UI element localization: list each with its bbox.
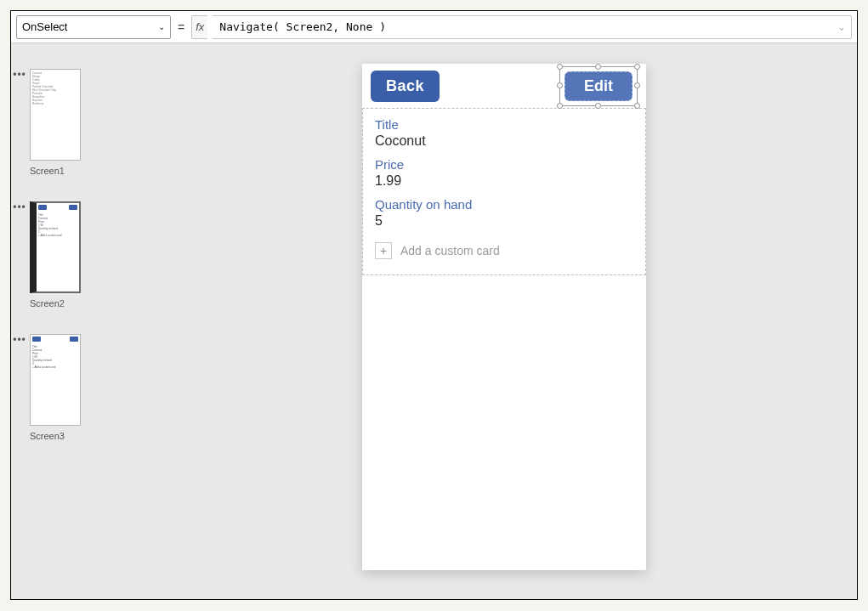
chevron-down-icon: ⌄: [839, 22, 844, 31]
formula-bar: OnSelect ⌄ = fx Navigate( Screen2, None …: [11, 11, 857, 43]
more-icon[interactable]: •••: [13, 201, 26, 212]
app-frame: OnSelect ⌄ = fx Navigate( Screen2, None …: [10, 10, 858, 600]
display-form[interactable]: Title Coconut Price 1.99 Quantity on han…: [362, 108, 646, 275]
back-button[interactable]: Back: [371, 71, 440, 102]
more-icon[interactable]: •••: [13, 69, 26, 79]
thumb-label: Screen1: [30, 166, 81, 176]
form-field-quantity: Quantity on hand 5: [375, 197, 633, 229]
resize-handle[interactable]: [557, 82, 563, 88]
phone-screen: Back Edit: [362, 64, 646, 570]
edit-button[interactable]: Edit: [564, 71, 633, 101]
form-field-title: Title Coconut: [375, 117, 633, 149]
formula-text: Navigate( Screen2, None ): [219, 20, 386, 33]
screen-header: Back Edit: [362, 64, 646, 108]
field-value: Coconut: [375, 133, 633, 149]
screen-thumbnails-panel: ••• CoconutMangoCoffeeGrapePainted Choco…: [11, 43, 151, 599]
formula-input[interactable]: Navigate( Screen2, None ) ⌄: [213, 15, 852, 39]
resize-handle[interactable]: [595, 64, 601, 70]
fx-label: fx: [191, 15, 207, 39]
field-label: Title: [375, 117, 633, 132]
form-field-price: Price 1.99: [375, 157, 633, 189]
field-value: 5: [375, 213, 633, 229]
canvas-area: Back Edit: [151, 43, 857, 599]
property-selector-value: OnSelect: [22, 20, 67, 33]
resize-handle[interactable]: [634, 64, 640, 70]
edit-button-selection[interactable]: Edit: [559, 66, 638, 106]
workspace: ••• CoconutMangoCoffeeGrapePainted Choco…: [11, 43, 857, 599]
field-label: Price: [375, 157, 633, 172]
resize-handle[interactable]: [634, 82, 640, 88]
thumb-label: Screen2: [30, 298, 81, 308]
add-custom-card[interactable]: + Add a custom card: [375, 242, 633, 259]
add-card-label: Add a custom card: [400, 244, 500, 257]
field-label: Quantity on hand: [375, 197, 633, 212]
chevron-down-icon: ⌄: [158, 22, 165, 31]
resize-handle[interactable]: [557, 64, 563, 70]
thumb-screen2[interactable]: TitleCoconutPrice1.99Quantity on hand5+ …: [30, 201, 81, 293]
equals-label: =: [176, 20, 186, 34]
thumb-screen3[interactable]: TitleCoconutPrice1.99Quantity on hand5+ …: [30, 334, 81, 426]
thumb-row-screen3[interactable]: ••• TitleCoconutPrice1.99Quantity on han…: [13, 334, 143, 441]
more-icon[interactable]: •••: [13, 334, 26, 344]
thumb-row-screen1[interactable]: ••• CoconutMangoCoffeeGrapePainted Choco…: [13, 69, 143, 176]
plus-icon: +: [375, 242, 392, 259]
thumb-row-screen2[interactable]: ••• TitleCoconutPrice1.99Quantity on han…: [13, 201, 143, 308]
thumb-screen1[interactable]: CoconutMangoCoffeeGrapePainted Chocolate…: [30, 69, 81, 161]
property-selector[interactable]: OnSelect ⌄: [16, 15, 171, 39]
field-value: 1.99: [375, 173, 633, 189]
thumb-label: Screen3: [30, 431, 81, 441]
